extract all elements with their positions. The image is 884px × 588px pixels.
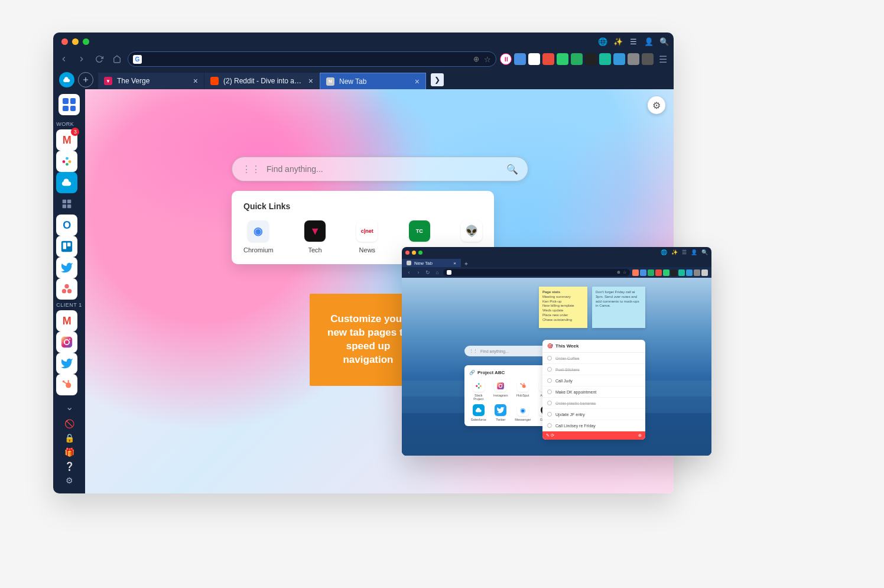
w2-extension-icon[interactable] [655, 269, 662, 276]
w2-extension-icon[interactable] [701, 269, 708, 276]
minimize-window[interactable] [72, 38, 79, 45]
tab-close-icon[interactable]: × [415, 77, 420, 86]
drag-handle-icon[interactable]: ⋮⋮ [242, 164, 261, 175]
project-item[interactable]: Instagram [492, 380, 511, 401]
todo-item[interactable]: Make DK appointment [542, 386, 645, 398]
w2-extension-icon[interactable] [640, 269, 646, 276]
extension-icon[interactable]: ⏸ [500, 53, 512, 65]
w2-home[interactable]: ⌂ [434, 269, 441, 276]
dashboard-button[interactable] [58, 94, 80, 115]
sidebar-app-gmail2[interactable]: M [56, 310, 77, 332]
todo-item[interactable]: Call Judy [542, 375, 645, 386]
todo-footer[interactable]: ✎ ⟳⊕ [542, 431, 645, 440]
w2-close[interactable] [405, 251, 410, 255]
quicklink-item[interactable]: c|netNews [356, 220, 378, 254]
tab[interactable]: (2) Reddit - Dive into anything× [204, 73, 320, 89]
w2-forward[interactable]: › [415, 269, 422, 276]
home-button[interactable] [110, 52, 124, 66]
sidebar-app-asana[interactable] [56, 278, 77, 300]
sidebar-more[interactable]: ⌄ [66, 401, 73, 412]
extension-icon[interactable] [642, 53, 654, 65]
tab[interactable]: ▼The Verge× [98, 73, 204, 89]
todo-checkbox[interactable] [547, 378, 552, 383]
lock-icon[interactable]: 🔒 [64, 433, 74, 443]
sidebar-app-apps2[interactable] [56, 193, 77, 215]
w2-back[interactable]: ‹ [405, 269, 412, 276]
address-bar[interactable]: G ⊕ ☆ [128, 51, 496, 67]
todo-item[interactable]: Update JF entry [542, 409, 645, 420]
tab-overflow-button[interactable]: ❯ [431, 73, 444, 86]
reload-button[interactable] [92, 52, 106, 66]
todo-item[interactable]: Order plastic bananas [542, 398, 645, 409]
sidebar-app-outlook[interactable]: O [56, 215, 77, 236]
extension-icon[interactable] [585, 53, 597, 65]
todo-item[interactable]: Call Lindsey re Friday [542, 420, 645, 431]
w2-address-bar[interactable]: ⊕☆ [443, 269, 630, 276]
sticky-note-blue[interactable]: Don't forget Friday call at 3pm. Send ov… [592, 287, 645, 328]
todo-checkbox[interactable] [547, 356, 552, 360]
w2-extension-icon[interactable] [632, 269, 639, 276]
w2-extension-icon[interactable] [663, 269, 670, 276]
extension-icon[interactable] [613, 53, 625, 65]
project-item[interactable]: Slack Project [469, 380, 488, 401]
quicklink-item[interactable]: ◉Chromium [243, 220, 274, 254]
sidebar-app-instagram[interactable] [56, 332, 77, 353]
extension-icon[interactable] [514, 53, 526, 65]
list-icon[interactable]: ☰ [629, 37, 638, 46]
extension-icon[interactable] [628, 53, 639, 65]
menu-button[interactable]: ☰ [656, 52, 670, 66]
extension-icon[interactable] [599, 53, 611, 65]
maximize-window[interactable] [83, 38, 89, 45]
w2-minimize[interactable] [412, 251, 416, 255]
traffic-lights[interactable] [58, 38, 93, 45]
extension-icon[interactable] [571, 53, 583, 65]
w2-new-tab-button[interactable]: + [461, 261, 472, 267]
w2-globe-icon[interactable]: 🌐 [661, 249, 667, 255]
sidebar-app-salesforce[interactable] [56, 172, 77, 193]
tab-close-icon[interactable]: × [308, 76, 313, 86]
todo-checkbox[interactable] [547, 401, 552, 405]
project-item[interactable]: ◉Messenger [514, 404, 532, 421]
w2-extension-icon[interactable] [686, 269, 693, 276]
project-item[interactable]: HubSpot [514, 380, 532, 401]
todo-checkbox[interactable] [547, 389, 552, 394]
sidebar-app-trello[interactable] [56, 236, 77, 257]
workspace-icon[interactable] [59, 72, 74, 87]
w2-tab-close-icon[interactable]: × [453, 261, 456, 266]
search-icon[interactable]: 🔍 [659, 37, 669, 46]
sidebar-app-gmail[interactable]: M3 [56, 129, 77, 151]
help-icon[interactable]: ❔ [64, 462, 74, 471]
gift-icon[interactable]: 🎁 [64, 447, 74, 457]
w2-extension-icon[interactable] [671, 269, 677, 276]
profile-icon[interactable]: 👤 [644, 37, 654, 46]
globe-icon[interactable]: 🌐 [598, 37, 607, 46]
search-card[interactable]: ⋮⋮ 🔍 [232, 157, 528, 181]
extension-icon[interactable] [557, 53, 568, 65]
w2-extension-icon[interactable] [648, 269, 654, 276]
w2-drag-icon[interactable]: ⋮⋮ [469, 349, 477, 353]
extension-icon[interactable] [528, 53, 540, 65]
project-item[interactable]: Twitter [492, 404, 511, 421]
w2-wand-icon[interactable]: ✨ [671, 249, 678, 255]
quicklink-item[interactable]: ▼Tech [304, 220, 326, 254]
address-input[interactable] [147, 55, 469, 63]
w2-list-icon[interactable]: ☰ [682, 249, 687, 255]
todo-checkbox[interactable] [547, 412, 552, 417]
w2-profile-icon[interactable]: 👤 [691, 249, 697, 255]
zoom-icon[interactable]: ⊕ [473, 55, 479, 63]
page-settings-button[interactable]: ⚙ [648, 96, 665, 114]
todo-item[interactable]: Post Stickers [542, 364, 645, 375]
w2-tab-newtab[interactable]: New Tab × [402, 259, 461, 267]
todo-checkbox[interactable] [547, 423, 552, 428]
tab[interactable]: NNew Tab× [320, 73, 426, 89]
w2-maximize[interactable] [418, 251, 422, 255]
sidebar-app-slack[interactable] [56, 151, 77, 172]
sticky-note-yellow[interactable]: Page stats Meeting summaryKen Pick-upNew… [539, 287, 587, 328]
tab-close-icon[interactable]: × [193, 76, 198, 86]
close-window[interactable] [61, 38, 68, 45]
back-button[interactable] [57, 52, 71, 66]
block-icon[interactable]: 🚫 [64, 419, 74, 428]
w2-search-icon[interactable]: 🔍 [701, 249, 708, 255]
w2-extension-icon[interactable] [694, 269, 700, 276]
todo-checkbox[interactable] [547, 367, 552, 372]
